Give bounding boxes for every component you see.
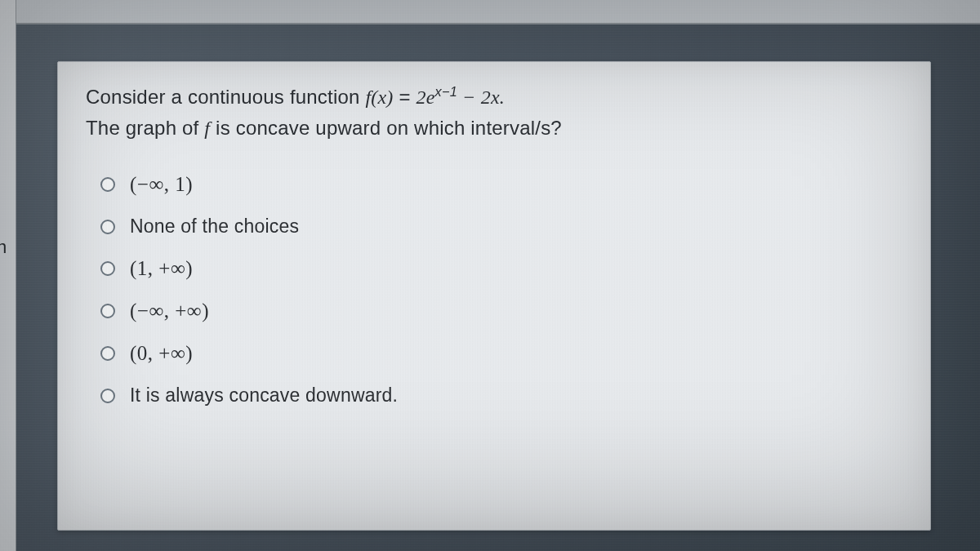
prompt-line2-prefix: The graph of xyxy=(86,117,204,139)
choice-option[interactable]: (−∞, 1) xyxy=(100,173,902,196)
choice-option[interactable]: (−∞, +∞) xyxy=(100,300,902,322)
prompt-rhs-exp: x−1 xyxy=(435,84,457,99)
choice-option[interactable]: It is always concave downward. xyxy=(100,384,902,407)
radio-icon[interactable] xyxy=(100,346,115,361)
prompt-rhs-a: 2e xyxy=(416,87,434,108)
choice-label: It is always concave downward. xyxy=(130,384,398,407)
choice-label: (0, +∞) xyxy=(130,342,193,365)
prompt-func-lhs: f(x) xyxy=(365,87,393,108)
question-prompt: Consider a continuous function f(x) = 2e… xyxy=(86,82,902,144)
top-strip xyxy=(16,0,980,24)
prompt-line1-prefix: Consider a continuous function xyxy=(86,86,365,108)
choice-label: (−∞, 1) xyxy=(130,173,193,196)
choice-option[interactable]: (1, +∞) xyxy=(100,257,902,280)
prompt-line2-suffix: is concave upward on which interval/s? xyxy=(210,117,562,139)
radio-icon[interactable] xyxy=(100,220,115,234)
prompt-rhs-b: − 2x. xyxy=(457,87,505,108)
radio-icon[interactable] xyxy=(100,389,115,403)
left-letter-fragment: n xyxy=(0,237,7,258)
prompt-eq: = xyxy=(394,86,416,108)
radio-icon[interactable] xyxy=(100,177,115,192)
choice-option[interactable]: (0, +∞) xyxy=(100,342,902,365)
radio-icon[interactable] xyxy=(100,261,115,276)
left-sidebar-strip: n xyxy=(0,0,16,551)
question-card: Consider a continuous function f(x) = 2e… xyxy=(57,61,931,531)
choice-label: (−∞, +∞) xyxy=(130,300,209,322)
radio-icon[interactable] xyxy=(100,304,115,318)
choice-label: (1, +∞) xyxy=(130,257,193,280)
choices-list: (−∞, 1) None of the choices (1, +∞) (−∞,… xyxy=(86,173,902,407)
choice-label: None of the choices xyxy=(130,216,299,238)
choice-option[interactable]: None of the choices xyxy=(100,216,902,238)
